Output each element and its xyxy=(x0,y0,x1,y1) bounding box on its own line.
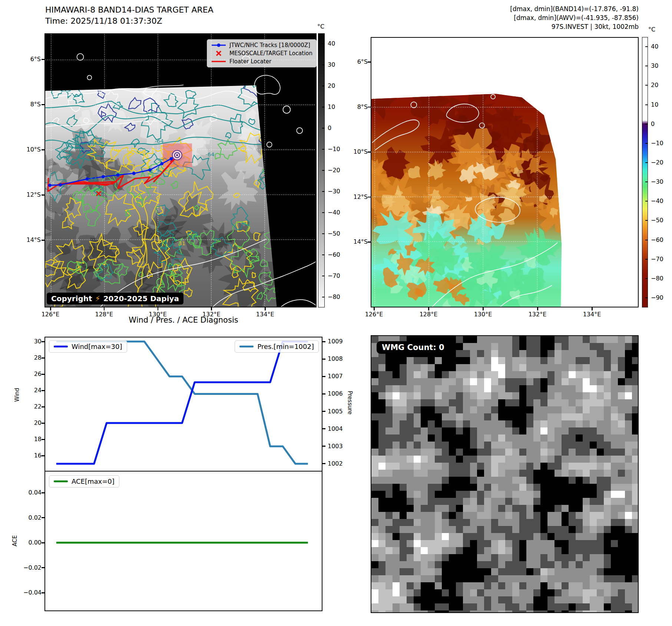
wind-tick-label: 30 xyxy=(12,338,42,345)
tick-mark xyxy=(322,341,325,342)
pressure-legend: Pres.[min=1002] xyxy=(235,340,319,353)
pressure-tick-label: 1003 xyxy=(328,443,343,450)
legend-item-2: Floater Locater xyxy=(211,58,312,65)
tick-mark xyxy=(645,85,648,86)
mapA-lat-label: 10°S xyxy=(11,146,41,153)
ace-line xyxy=(45,472,322,610)
jtwc-track-point xyxy=(48,184,52,187)
ace-tick-label: 0.02 xyxy=(12,515,42,521)
jtwc-track-point xyxy=(116,173,119,177)
tick-mark xyxy=(42,104,44,105)
awv-colorbar-tick: −80 xyxy=(651,275,663,282)
tick-mark xyxy=(645,162,648,163)
pressure-tick-label: 1005 xyxy=(328,408,343,415)
mapB-lat-label: 14°S xyxy=(338,239,368,245)
tick-mark xyxy=(42,567,44,568)
pressure-legend-label: Pres.[min=1002] xyxy=(257,343,314,350)
mapA-lon-label: 132°E xyxy=(195,311,228,318)
band14-colorbar-tick: 10 xyxy=(328,104,335,110)
awv-colorbar-tick: 10 xyxy=(651,101,658,108)
red-x-icon xyxy=(211,51,226,56)
wind-pressure-lines xyxy=(45,337,322,471)
tick-mark xyxy=(322,359,325,360)
red-x xyxy=(211,51,226,56)
awv-colorbar-tick: −70 xyxy=(651,256,663,263)
tick-mark xyxy=(42,240,44,241)
pressure-tick-label: 1007 xyxy=(328,373,343,380)
wind-pressure-plot: Wind[max=30] Pres.[min=1002] xyxy=(44,337,322,472)
tick-mark xyxy=(322,43,325,44)
red-line xyxy=(211,59,226,64)
awv-colorbar-tick: −90 xyxy=(651,294,663,301)
tick-mark xyxy=(322,254,325,255)
copyright-badge: Copyright ⚡ 2020-2025 Dapiya xyxy=(47,293,183,304)
legend-item-1: MESOSCALE/TARGET Location xyxy=(211,50,312,57)
tick-mark xyxy=(537,307,538,310)
blue-line-with-dot xyxy=(211,43,226,48)
mapA-lat-label: 12°S xyxy=(11,192,41,198)
info-line-awv-range: [dmax, dmin](AWV)=(-41.935, -87.856) xyxy=(510,13,639,22)
band14-colorbar-tick: −60 xyxy=(328,252,340,258)
band14-colorbar-unit: °C xyxy=(317,23,324,30)
band14-colorbar-tick: 30 xyxy=(328,61,335,68)
mapA-lon-label: 128°E xyxy=(87,311,121,318)
band14-colorbar-tick: 0 xyxy=(328,125,331,131)
mapB-lon-label: 130°E xyxy=(466,311,500,318)
band14-colorbar-tick: −40 xyxy=(328,209,340,216)
tick-mark xyxy=(645,66,648,66)
ace-tick-label: −0.04 xyxy=(12,589,42,596)
band14-timestamp: Time: 2025/11/18 01:37:30Z xyxy=(45,16,162,26)
band14-map-panel: -64-64-5431 JTWC/NHC Tracks [18/0000Z]ME… xyxy=(44,33,317,307)
ace-plot: ACE[max=0] xyxy=(44,472,322,611)
jtwc-track-point xyxy=(59,183,62,186)
contour-label: 31 xyxy=(178,240,185,247)
tick-mark xyxy=(42,357,44,359)
tick-mark xyxy=(483,307,484,310)
awv-colorbar-tick: −50 xyxy=(651,217,663,224)
mapB-lat-label: 10°S xyxy=(338,149,368,155)
wind-tick-label: 18 xyxy=(12,436,42,443)
pressure-line xyxy=(56,342,308,464)
mapB-lon-label: 134°E xyxy=(575,311,609,318)
tick-mark xyxy=(50,307,51,310)
awv-colorbar xyxy=(642,37,648,307)
tick-mark xyxy=(645,104,648,105)
pressure-tick-label: 1004 xyxy=(328,426,343,432)
tick-mark xyxy=(428,307,429,310)
tick-mark xyxy=(645,124,648,124)
jtwc-track-point xyxy=(102,175,105,179)
pressure-tick-label: 1006 xyxy=(328,390,343,397)
ace-legend: ACE[max=0] xyxy=(49,475,119,487)
legend-item-0: JTWC/NHC Tracks [18/0000Z] xyxy=(211,42,312,49)
copyright-years: 2020-2025 Dapiya xyxy=(103,294,179,303)
awv-colorbar-tick: 20 xyxy=(651,82,658,89)
tick-mark xyxy=(322,276,325,276)
tick-mark xyxy=(645,143,648,144)
tick-mark xyxy=(158,307,159,310)
tick-mark xyxy=(322,393,325,394)
pressure-tick-label: 1009 xyxy=(328,338,343,345)
tick-mark xyxy=(322,411,325,412)
wind-tick-label: 22 xyxy=(12,403,42,410)
tick-mark xyxy=(592,307,593,310)
mapA-lat-label: 6°S xyxy=(11,56,41,63)
tick-mark xyxy=(42,59,44,60)
mapA-lat-label: 8°S xyxy=(11,101,41,108)
band14-colorbar-tick: 40 xyxy=(328,40,335,47)
band14-colorbar-tick: −70 xyxy=(328,273,340,279)
mapB-lon-label: 126°E xyxy=(357,311,391,318)
wmg-panel: WMG Count: 0 xyxy=(371,335,639,613)
awv-colorbar-tick: 40 xyxy=(651,43,658,50)
mapA-lon-label: 126°E xyxy=(34,311,67,318)
tick-mark xyxy=(42,492,44,493)
ace-tick-label: 0.00 xyxy=(12,539,42,546)
legend-item-label: JTWC/NHC Tracks [18/0000Z] xyxy=(229,42,310,49)
tick-mark xyxy=(645,259,648,260)
pressure-tick-label: 1008 xyxy=(328,356,343,362)
wind-tick-label: 20 xyxy=(12,420,42,426)
tick-mark xyxy=(265,307,266,310)
tick-mark xyxy=(42,517,44,518)
mapA-lon-label: 134°E xyxy=(248,311,282,318)
wind-legend-line xyxy=(54,346,68,347)
tick-mark xyxy=(374,307,375,310)
